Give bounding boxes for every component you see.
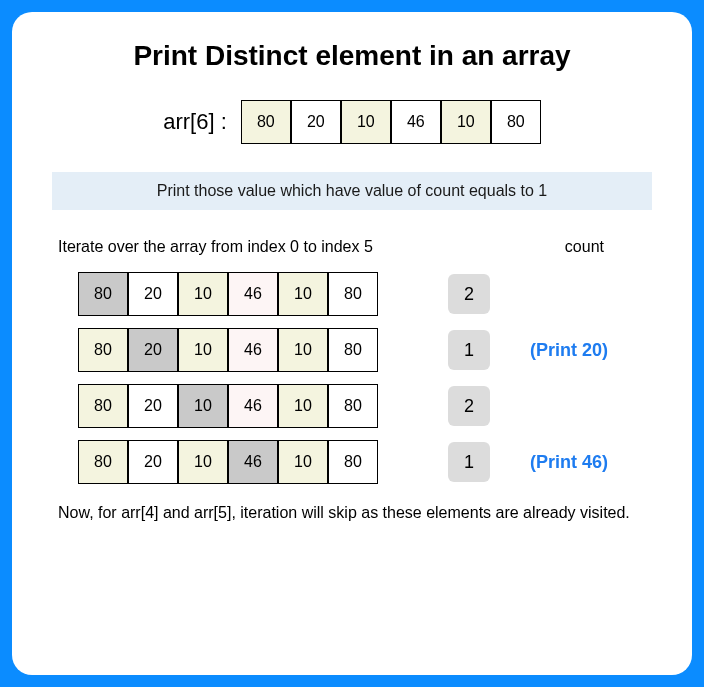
iteration-cells: 802010461080 [78,384,378,428]
array-cell: 10 [441,100,491,144]
array-cell: 80 [328,384,378,428]
instruction-note: Print those value which have value of co… [52,172,652,210]
array-cell: 80 [78,384,128,428]
iteration-row: 8020104610802 [52,272,652,316]
iteration-row: 8020104610801(Print 20) [52,328,652,372]
array-cell: 80 [78,272,128,316]
array-cell: 20 [128,440,178,484]
iteration-cells: 802010461080 [78,272,378,316]
array-cell: 10 [178,384,228,428]
array-cell: 20 [128,272,178,316]
array-cell: 80 [491,100,541,144]
array-cell: 10 [278,384,328,428]
array-cell: 46 [228,272,278,316]
array-cell: 10 [178,440,228,484]
array-cell: 10 [178,272,228,316]
top-array-cells: 802010461080 [241,100,541,144]
array-cell: 20 [128,384,178,428]
iteration-cells: 802010461080 [78,328,378,372]
array-cell: 46 [228,328,278,372]
array-cell: 46 [228,440,278,484]
diagram-card: Print Distinct element in an array arr[6… [12,12,692,675]
array-definition-row: arr[6] : 802010461080 [52,100,652,144]
array-label: arr[6] : [163,109,227,135]
count-value: 2 [448,386,490,426]
array-cell: 10 [341,100,391,144]
print-annotation: (Print 46) [530,452,608,473]
iteration-rows: 80201046108028020104610801(Print 20)8020… [52,272,652,484]
array-cell: 80 [78,328,128,372]
count-value: 1 [448,442,490,482]
iteration-header: Iterate over the array from index 0 to i… [52,238,652,256]
array-cell: 80 [328,328,378,372]
count-value: 2 [448,274,490,314]
array-cell: 10 [278,440,328,484]
array-cell: 80 [78,440,128,484]
count-header: count [565,238,604,256]
array-cell: 46 [228,384,278,428]
page-title: Print Distinct element in an array [52,40,652,72]
array-cell: 10 [178,328,228,372]
iteration-row: 8020104610802 [52,384,652,428]
print-annotation: (Print 20) [530,340,608,361]
array-cell: 20 [128,328,178,372]
array-cell: 10 [278,328,328,372]
iteration-row: 8020104610801(Print 46) [52,440,652,484]
footer-explanation: Now, for arr[4] and arr[5], iteration wi… [52,502,652,524]
array-cell: 80 [328,440,378,484]
array-cell: 80 [328,272,378,316]
iterate-label: Iterate over the array from index 0 to i… [58,238,373,256]
array-cell: 10 [278,272,328,316]
array-cell: 46 [391,100,441,144]
array-cell: 20 [291,100,341,144]
iteration-cells: 802010461080 [78,440,378,484]
array-cell: 80 [241,100,291,144]
count-value: 1 [448,330,490,370]
